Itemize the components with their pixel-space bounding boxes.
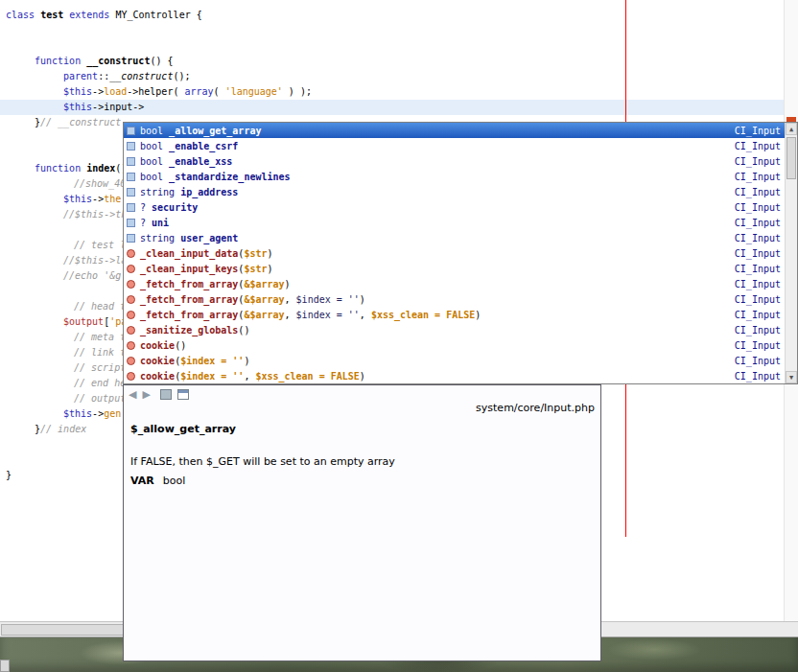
doc-title: $_allow_get_array xyxy=(130,423,594,435)
completion-origin: CI_Input xyxy=(735,371,781,382)
completion-item[interactable]: cookie($index = '', $xss_clean = FALSE)C… xyxy=(124,368,785,383)
code-line xyxy=(0,23,784,38)
code-line xyxy=(0,38,784,54)
completion-item[interactable]: bool _enable_csrfCI_Input xyxy=(124,138,785,153)
doc-file-path: system/core/Input.php xyxy=(124,402,600,414)
completion-item[interactable]: _fetch_from_array(&$array)CI_Input xyxy=(124,276,785,291)
completion-origin: CI_Input xyxy=(735,279,781,290)
completion-item[interactable]: _clean_input_keys($str)CI_Input xyxy=(124,261,785,276)
code-line: class test extends MY_Controller { xyxy=(0,8,784,23)
method-icon xyxy=(127,311,135,319)
completion-item[interactable]: bool _standardize_newlinesCI_Input xyxy=(124,169,785,184)
code-line: function __construct() { xyxy=(0,54,784,69)
completion-origin: CI_Input xyxy=(735,218,781,228)
completion-origin: CI_Input xyxy=(735,340,781,351)
completion-origin: CI_Input xyxy=(735,310,781,320)
completion-item[interactable]: _clean_input_data($str)CI_Input xyxy=(124,245,785,261)
field-icon xyxy=(127,234,135,243)
completion-popup: bool _allow_get_arrayCI_Inputbool _enabl… xyxy=(123,122,798,384)
method-icon xyxy=(127,357,135,365)
doc-body: If FALSE, then $_GET will be set to an e… xyxy=(130,455,594,468)
field-icon xyxy=(127,203,135,212)
doc-toolbar: ◀ ▶ xyxy=(124,385,600,401)
detach-window-icon[interactable] xyxy=(177,389,189,400)
field-icon xyxy=(127,127,135,135)
completion-item[interactable]: cookie($index = '')CI_Input xyxy=(124,353,785,368)
field-icon xyxy=(127,157,135,166)
field-icon xyxy=(127,219,135,227)
method-icon xyxy=(127,326,135,335)
code-line: parent::__construct(); xyxy=(0,69,784,84)
completion-item[interactable]: string ip_addressCI_Input xyxy=(124,184,785,199)
completion-origin: CI_Input xyxy=(735,187,781,197)
method-icon xyxy=(127,249,135,258)
window-corner xyxy=(0,660,10,672)
completion-item[interactable]: _fetch_from_array(&$array, $index = '')C… xyxy=(124,291,785,307)
completion-scrollbar[interactable]: ▲ ▼ xyxy=(785,123,797,383)
completion-item[interactable]: bool _allow_get_arrayCI_Input xyxy=(124,123,785,138)
code-line-current: $this->input-> xyxy=(0,100,784,115)
back-icon[interactable]: ◀ xyxy=(129,389,136,401)
completion-origin: CI_Input xyxy=(735,294,781,305)
completion-origin: CI_Input xyxy=(735,264,781,274)
documentation-popup: ◀ ▶ system/core/Input.php $_allow_get_ar… xyxy=(123,384,601,661)
method-icon xyxy=(127,341,135,350)
method-icon xyxy=(127,265,135,273)
completion-origin: CI_Input xyxy=(735,248,781,259)
completion-origin: CI_Input xyxy=(735,325,781,336)
completion-origin: CI_Input xyxy=(735,141,781,151)
completion-item[interactable]: ? uniCI_Input xyxy=(124,215,785,230)
method-icon xyxy=(127,295,135,304)
completion-origin: CI_Input xyxy=(735,233,781,243)
field-icon xyxy=(127,142,135,151)
field-icon xyxy=(127,188,135,197)
field-icon xyxy=(127,173,135,181)
code-line: $this->load->helper( array( 'language' )… xyxy=(0,84,784,100)
completion-origin: CI_Input xyxy=(735,202,781,213)
completion-item[interactable]: string user_agentCI_Input xyxy=(124,230,785,245)
completion-origin: CI_Input xyxy=(735,156,781,167)
completion-item[interactable]: _sanitize_globals()CI_Input xyxy=(124,322,785,337)
var-label: VAR xyxy=(130,475,154,487)
completion-item[interactable]: bool _enable_xssCI_Input xyxy=(124,153,785,169)
completion-list: bool _allow_get_arrayCI_Inputbool _enabl… xyxy=(124,123,785,383)
scroll-up-icon[interactable]: ▲ xyxy=(786,123,797,135)
completion-origin: CI_Input xyxy=(735,172,781,182)
completion-item[interactable]: cookie()CI_Input xyxy=(124,337,785,353)
completion-origin: CI_Input xyxy=(735,356,781,366)
doc-var-line: VARbool xyxy=(130,475,594,487)
completion-item[interactable]: _fetch_from_array(&$array, $index = '', … xyxy=(124,307,785,322)
method-icon xyxy=(127,280,135,289)
forward-icon[interactable]: ▶ xyxy=(142,389,150,401)
show-in-browser-icon[interactable] xyxy=(160,389,172,400)
var-type: bool xyxy=(163,475,186,487)
scrollbar-thumb[interactable] xyxy=(786,137,796,179)
scroll-down-icon[interactable]: ▼ xyxy=(786,371,797,383)
method-icon xyxy=(127,372,135,381)
completion-origin: CI_Input xyxy=(735,126,781,136)
completion-item[interactable]: ? securityCI_Input xyxy=(124,199,785,215)
